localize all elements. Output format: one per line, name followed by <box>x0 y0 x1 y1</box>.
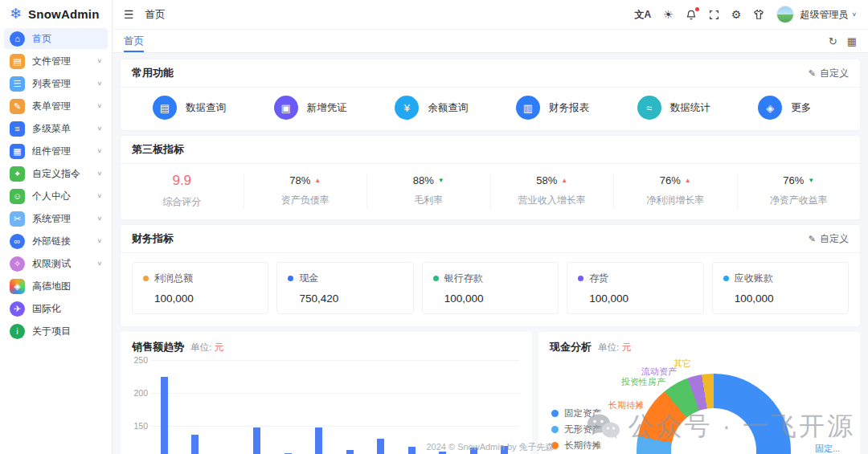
chevron-down-icon[interactable]: ∨ <box>851 11 857 18</box>
quick-function-finance-report[interactable]: ▥财务报表 <box>490 96 612 120</box>
sidebar-item-label: 表单管理 <box>32 100 96 113</box>
customize-button[interactable]: ✎ 自定义 <box>809 232 849 246</box>
metric-label: 资产负债率 <box>244 194 367 207</box>
legend-item[interactable]: 固定资产 <box>551 407 611 419</box>
sidebar-item-list[interactable]: ☰列表管理∨ <box>4 73 108 94</box>
legend-label: 长期待摊 <box>564 440 601 452</box>
quick-function-label: 更多 <box>791 101 811 115</box>
theme-sun-icon[interactable]: ☀ <box>663 9 674 20</box>
chevron-down-icon: ∨ <box>96 215 102 222</box>
theme-skin-icon[interactable] <box>753 9 764 20</box>
pie-slice-callout: 投资性房产 <box>621 376 665 388</box>
sidebar-item-external-link[interactable]: ∞外部链接∨ <box>4 231 108 252</box>
customize-button[interactable]: ✎ 自定义 <box>809 67 849 80</box>
app-title: SnowAdmin <box>28 7 99 21</box>
pie-legend: 固定资产无形资产长期待摊投资性房产流动资产其它 <box>551 407 611 454</box>
quick-functions-title: 常用功能 <box>132 66 174 80</box>
sidebar-item-directive[interactable]: ✦自定义指令∨ <box>4 163 108 184</box>
chevron-down-icon: ∨ <box>96 125 102 132</box>
refresh-icon[interactable]: ↻ <box>829 35 837 47</box>
balance-query-icon: ¥ <box>395 96 419 120</box>
sidebar-item-permission[interactable]: ✧权限测试∨ <box>4 253 108 274</box>
metric-number: 88% <box>413 174 434 186</box>
metrics-row: 9.9综合评分78%▲资产负债率88%▼毛利率58%▲营业收入增长率76%▲净利… <box>121 164 860 219</box>
bar <box>501 446 508 454</box>
user-avatar[interactable] <box>776 6 794 23</box>
chevron-down-icon: ∨ <box>96 58 102 64</box>
profile-icon: ☺ <box>10 189 25 204</box>
bar <box>470 448 477 454</box>
finance-indicator-card: 应收账款100,000 <box>712 262 849 314</box>
sidebar-item-i18n[interactable]: ✈国际化 <box>4 298 108 319</box>
sidebar-item-system[interactable]: ✂系统管理∨ <box>4 208 108 229</box>
sidebar-item-map[interactable]: ◈高德地图 <box>4 276 108 297</box>
sidebar-item-label: 个人中心 <box>32 190 96 203</box>
finance-indicator-value: 100,000 <box>723 292 837 305</box>
charts-row: 销售额趋势 单位: 元 25020015010050 现金分析 单位: 元 <box>121 332 860 454</box>
sidebar-item-label: 多级菜单 <box>32 122 96 136</box>
y-axis-tick-label: 200 <box>129 388 148 398</box>
indicator-dot-icon <box>578 276 583 281</box>
finance-indicator-top: 利润总额 <box>143 272 257 285</box>
sidebar-item-folder[interactable]: ▤文件管理∨ <box>4 51 108 72</box>
finance-title: 财务指标 <box>132 231 174 246</box>
sidebar-item-label: 系统管理 <box>32 212 96 226</box>
trend-up-icon: ▲ <box>314 177 321 184</box>
finance-report-icon: ▥ <box>516 96 540 120</box>
finance-indicator-value: 100,000 <box>578 292 692 305</box>
quick-function-new-voucher[interactable]: ▣新增凭证 <box>248 96 370 120</box>
sidebar-item-home[interactable]: ⌂首页 <box>4 28 108 49</box>
quick-function-balance-query[interactable]: ¥余额查询 <box>369 96 490 120</box>
quick-functions-header: 常用功能 ✎ 自定义 <box>121 59 860 88</box>
metric-item: 9.9综合评分 <box>121 173 244 209</box>
layout-grid-icon[interactable]: ▦ <box>847 35 857 47</box>
multilevel-menu-icon: ≡ <box>10 121 25 137</box>
legend-dot-icon <box>551 426 559 433</box>
sidebar-item-label: 首页 <box>32 32 102 46</box>
quick-function-label: 数据统计 <box>670 101 710 115</box>
finance-indicator-label: 应收账款 <box>735 272 773 285</box>
legend-item[interactable]: 无形资产 <box>551 423 611 436</box>
finance-indicator-label: 存货 <box>589 272 608 285</box>
quick-function-more[interactable]: ◈更多 <box>732 96 854 120</box>
finance-cards-row: 利润总额100,000现金750,420银行存款100,000存货100,000… <box>121 253 860 326</box>
quick-function-label: 数据查询 <box>186 101 226 115</box>
sidebar-item-profile[interactable]: ☺个人中心∨ <box>4 186 108 207</box>
finance-indicator-top: 应收账款 <box>723 272 837 285</box>
finance-card: 财务指标 ✎ 自定义 利润总额100,000现金750,420银行存款100,0… <box>121 225 860 326</box>
quick-function-label: 新增凭证 <box>307 101 347 115</box>
finance-indicator-card: 利润总额100,000 <box>132 262 268 314</box>
sales-trend-unit: 单位: 元 <box>190 342 223 354</box>
sidebar-item-components[interactable]: ▦组件管理∨ <box>4 141 108 162</box>
metric-number: 78% <box>289 174 310 186</box>
finance-indicator-label: 银行存款 <box>444 272 483 285</box>
home-icon: ⌂ <box>10 31 25 47</box>
topbar-right: 文A ☀ ⚙ <box>623 6 857 23</box>
quick-function-data-stats[interactable]: ≈数据统计 <box>612 96 733 120</box>
topbar-left: ☰ 首页 <box>124 8 166 22</box>
metric-value: 58%▲ <box>536 174 567 186</box>
bar <box>253 427 260 454</box>
collapse-sidebar-icon[interactable]: ☰ <box>124 8 134 21</box>
list-icon: ☰ <box>10 76 25 92</box>
translate-icon[interactable]: 文A <box>635 10 652 19</box>
notification-bell-icon[interactable] <box>686 9 697 20</box>
finance-indicator-label: 利润总额 <box>154 272 193 285</box>
bar <box>346 450 354 454</box>
trend-up-icon: ▲ <box>561 177 567 184</box>
sales-trend-chart-card: 销售额趋势 单位: 元 25020015010050 <box>121 332 532 454</box>
finance-indicator-top: 存货 <box>578 272 692 285</box>
sidebar-item-label: 列表管理 <box>32 77 96 91</box>
fullscreen-icon[interactable] <box>709 10 719 20</box>
user-name[interactable]: 超级管理员 <box>800 8 848 22</box>
sidebar-item-about[interactable]: i关于项目 <box>4 321 108 342</box>
legend-item[interactable]: 长期待摊 <box>551 440 611 452</box>
tab-home[interactable]: 首页 <box>124 30 144 52</box>
legend-dot-icon <box>551 410 559 417</box>
bar-chart-plot: 25020015010050 <box>129 360 522 454</box>
quick-function-data-query[interactable]: ▤数据查询 <box>127 96 248 120</box>
sidebar-item-form[interactable]: ✎表单管理∨ <box>4 96 108 117</box>
settings-gear-icon[interactable]: ⚙ <box>731 9 742 20</box>
finance-indicator-top: 现金 <box>288 272 402 285</box>
sidebar-item-multilevel-menu[interactable]: ≡多级菜单∨ <box>4 118 108 139</box>
